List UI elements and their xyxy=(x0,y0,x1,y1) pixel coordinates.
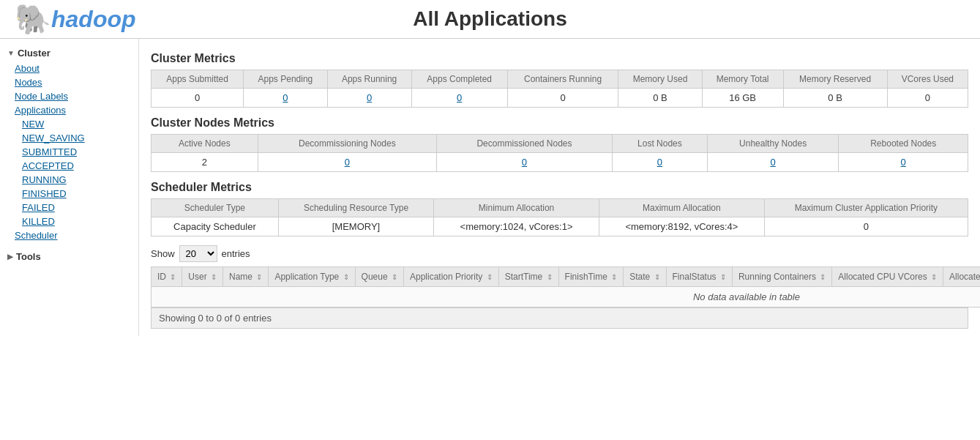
col-apps-submitted: Apps Submitted xyxy=(152,70,244,89)
col-decommissioning-nodes: Decommissioning Nodes xyxy=(258,135,436,153)
col-allocated-cpu[interactable]: Allocated CPU VCores ⇕ xyxy=(832,267,943,287)
logo-area: 🐘 hadoop xyxy=(15,2,136,37)
col-unhealthy-nodes: Unhealthy Nodes xyxy=(707,135,839,153)
sort-final-status-icon: ⇕ xyxy=(720,273,726,281)
no-data-message: No data available in table xyxy=(152,287,981,307)
sidebar-item-finished[interactable]: FINISHED xyxy=(0,187,138,201)
val-apps-pending[interactable]: 0 xyxy=(244,89,327,108)
cluster-toggle[interactable]: ▼ Cluster xyxy=(0,45,138,61)
col-id[interactable]: ID ⇕ xyxy=(152,267,182,287)
sidebar-item-nodes[interactable]: Nodes xyxy=(0,75,138,89)
sidebar-item-submitted[interactable]: SUBMITTED xyxy=(0,145,138,159)
col-finish-time[interactable]: FinishTime ⇕ xyxy=(558,267,624,287)
val-vcores-used: 0 xyxy=(887,89,968,108)
val-rebooted-nodes[interactable]: 0 xyxy=(839,153,968,172)
val-max-cluster-priority: 0 xyxy=(764,217,968,236)
val-lost-nodes[interactable]: 0 xyxy=(613,153,708,172)
sidebar-item-scheduler[interactable]: Scheduler xyxy=(0,228,138,242)
sidebar-item-accepted[interactable]: ACCEPTED xyxy=(0,159,138,173)
tools-toggle[interactable]: ▶ Tools xyxy=(0,248,138,265)
col-vcores-used: VCores Used xyxy=(887,70,968,89)
page-title: All Applications xyxy=(413,7,567,31)
sort-finish-icon: ⇕ xyxy=(611,273,617,281)
main-content: Cluster Metrics Apps Submitted Apps Pend… xyxy=(139,39,980,336)
col-lost-nodes: Lost Nodes xyxy=(613,135,708,153)
col-memory-reserved: Memory Reserved xyxy=(783,70,887,89)
cluster-metrics-table: Apps Submitted Apps Pending Apps Running… xyxy=(151,70,968,108)
col-min-allocation: Minimum Allocation xyxy=(434,199,599,217)
entries-label: entries xyxy=(222,248,250,259)
sort-priority-icon: ⇕ xyxy=(487,273,493,281)
val-scheduling-resource-type: [MEMORY] xyxy=(278,217,433,236)
sort-alloc-cpu-icon: ⇕ xyxy=(931,273,937,281)
col-rebooted-nodes: Rebooted Nodes xyxy=(839,135,968,153)
show-entries-row: Show 10 20 25 50 100 entries xyxy=(151,245,968,262)
tools-label: Tools xyxy=(16,251,41,262)
col-scheduling-resource-type: Scheduling Resource Type xyxy=(278,199,433,217)
val-memory-used: 0 B xyxy=(618,89,702,108)
sort-user-icon: ⇕ xyxy=(211,273,217,281)
val-memory-reserved: 0 B xyxy=(783,89,887,108)
val-memory-total: 16 GB xyxy=(702,89,783,108)
col-final-status[interactable]: FinalStatus ⇕ xyxy=(666,267,732,287)
col-application-type[interactable]: Application Type ⇕ xyxy=(269,267,355,287)
cluster-triangle-icon: ▼ xyxy=(7,49,15,57)
sort-running-containers-icon: ⇕ xyxy=(820,273,826,281)
col-allocated-memory[interactable]: Allocated Memory MB ⇕ xyxy=(943,267,980,287)
col-max-allocation: Maximum Allocation xyxy=(599,199,764,217)
col-memory-total: Memory Total xyxy=(702,70,783,89)
sidebar-item-failed[interactable]: FAILED xyxy=(0,201,138,215)
sidebar-item-applications[interactable]: Applications xyxy=(0,103,138,117)
sort-id-icon: ⇕ xyxy=(170,273,176,281)
val-decommissioning-nodes[interactable]: 0 xyxy=(258,153,436,172)
val-apps-completed[interactable]: 0 xyxy=(411,89,507,108)
col-active-nodes: Active Nodes xyxy=(152,135,258,153)
cluster-nodes-table: Active Nodes Decommissioning Nodes Decom… xyxy=(151,134,968,172)
col-scheduler-type: Scheduler Type xyxy=(152,199,279,217)
col-memory-used: Memory Used xyxy=(618,70,702,89)
col-decommissioned-nodes: Decommissioned Nodes xyxy=(436,135,612,153)
sort-queue-icon: ⇕ xyxy=(392,273,397,281)
col-application-priority[interactable]: Application Priority ⇕ xyxy=(403,267,498,287)
col-start-time[interactable]: StartTime ⇕ xyxy=(498,267,558,287)
val-containers-running: 0 xyxy=(507,89,618,108)
val-decommissioned-nodes[interactable]: 0 xyxy=(436,153,612,172)
val-apps-submitted: 0 xyxy=(152,89,244,108)
col-containers-running: Containers Running xyxy=(507,70,618,89)
val-apps-running[interactable]: 0 xyxy=(327,89,411,108)
col-queue[interactable]: Queue ⇕ xyxy=(355,267,403,287)
sidebar-item-new-saving[interactable]: NEW_SAVING xyxy=(0,131,138,145)
scheduler-table: Scheduler Type Scheduling Resource Type … xyxy=(151,198,968,236)
sort-name-icon: ⇕ xyxy=(256,273,262,281)
col-apps-completed: Apps Completed xyxy=(411,70,507,89)
col-name[interactable]: Name ⇕ xyxy=(223,267,269,287)
val-unhealthy-nodes[interactable]: 0 xyxy=(707,153,839,172)
entries-select[interactable]: 10 20 25 50 100 xyxy=(179,245,217,262)
val-min-allocation: <memory:1024, vCores:1> xyxy=(434,217,599,236)
cluster-nodes-metrics-title: Cluster Nodes Metrics xyxy=(151,116,968,130)
col-user[interactable]: User ⇕ xyxy=(182,267,223,287)
val-active-nodes: 2 xyxy=(152,153,258,172)
showing-label: Showing 0 to 0 of 0 entries xyxy=(151,307,968,329)
no-data-row: No data available in table xyxy=(152,287,981,307)
tools-triangle-icon: ▶ xyxy=(7,253,13,261)
sort-start-icon: ⇕ xyxy=(547,273,553,281)
sidebar: ▼ Cluster About Nodes Node Labels Applic… xyxy=(0,39,139,336)
sort-app-type-icon: ⇕ xyxy=(343,273,349,281)
col-state[interactable]: State ⇕ xyxy=(624,267,666,287)
sidebar-item-about[interactable]: About xyxy=(0,61,138,75)
sidebar-item-killed[interactable]: KILLED xyxy=(0,215,138,228)
sidebar-item-node-labels[interactable]: Node Labels xyxy=(0,89,138,103)
logo-text: hadoop xyxy=(51,6,136,33)
show-label: Show xyxy=(151,248,175,259)
cluster-label: Cluster xyxy=(18,48,51,59)
sort-state-icon: ⇕ xyxy=(654,273,660,281)
col-apps-pending: Apps Pending xyxy=(244,70,327,89)
val-scheduler-type: Capacity Scheduler xyxy=(152,217,279,236)
sidebar-item-running[interactable]: RUNNING xyxy=(0,173,138,187)
logo-elephant-icon: 🐘 xyxy=(15,2,51,37)
col-max-cluster-priority: Maximum Cluster Application Priority xyxy=(764,199,968,217)
col-running-containers[interactable]: Running Containers ⇕ xyxy=(732,267,831,287)
val-max-allocation: <memory:8192, vCores:4> xyxy=(599,217,764,236)
sidebar-item-new[interactable]: NEW xyxy=(0,117,138,131)
